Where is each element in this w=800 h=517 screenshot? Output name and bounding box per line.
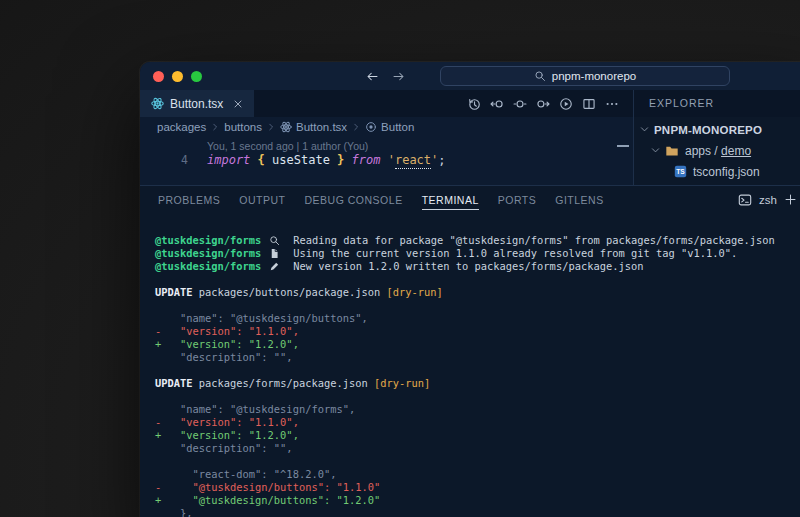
terminal-line bbox=[155, 364, 800, 377]
terminal-line: + "version": "1.2.0", bbox=[155, 429, 800, 442]
tree-item-folder[interactable]: apps / demo bbox=[634, 140, 800, 161]
terminal-line bbox=[155, 299, 800, 312]
code-line-partial[interactable]: 5 bbox=[140, 179, 188, 185]
history-icon[interactable] bbox=[467, 97, 481, 111]
line-number: 5 bbox=[140, 183, 188, 185]
back-icon[interactable] bbox=[366, 70, 379, 83]
terminal-line: "description": "", bbox=[155, 351, 800, 364]
file-tree: PNPM-MONOREPOapps / demoTStsconfig.jsonT… bbox=[634, 117, 800, 185]
terminal-icon[interactable] bbox=[738, 193, 752, 207]
folder-icon bbox=[665, 144, 679, 158]
search-value: pnpm-monorepo bbox=[552, 70, 636, 82]
terminal-line: "name": "@tuskdesign/buttons", bbox=[155, 312, 800, 325]
chevron-right-icon bbox=[266, 122, 276, 132]
panel-tab-gitlens[interactable]: GITLENS bbox=[555, 186, 603, 213]
new-terminal-icon[interactable] bbox=[784, 193, 797, 206]
terminal-line: "name": "@tuskdesign/forms", bbox=[155, 403, 800, 416]
ts-icon: TS bbox=[674, 165, 687, 178]
more-actions-icon[interactable] bbox=[605, 97, 619, 111]
panel-tab-ports[interactable]: PORTS bbox=[498, 186, 536, 213]
main-split: Button.tsx packagesbuttonsButton.tsxButt… bbox=[140, 90, 800, 186]
terminal-line: }, bbox=[155, 507, 800, 517]
editor-group: Button.tsx packagesbuttonsButton.tsxButt… bbox=[140, 90, 633, 185]
command-center-search[interactable]: pnpm-monorepo bbox=[440, 66, 730, 86]
run-icon[interactable] bbox=[559, 97, 573, 111]
terminal-line bbox=[155, 455, 800, 468]
tab-bar: Button.tsx bbox=[140, 90, 633, 117]
terminal-line: "react-dom": "^18.2.0", bbox=[155, 468, 800, 481]
pencil-icon bbox=[268, 260, 281, 273]
terminal-line: - "version": "1.1.0", bbox=[155, 325, 800, 338]
bottom-panel: PROBLEMSOUTPUTDEBUG CONSOLETERMINALPORTS… bbox=[140, 186, 800, 517]
terminal-output[interactable]: @tuskdesign/forms Reading data for packa… bbox=[140, 213, 800, 517]
magnifier-icon bbox=[268, 234, 281, 247]
search-icon bbox=[534, 70, 546, 82]
terminal-line bbox=[155, 390, 800, 403]
panel-tab-problems[interactable]: PROBLEMS bbox=[158, 186, 220, 213]
zoom-window-button[interactable] bbox=[191, 71, 202, 82]
chevron-right-icon bbox=[351, 122, 361, 132]
tree-item-tsconfig.json[interactable]: TStsconfig.json bbox=[634, 161, 800, 182]
terminal-line: @tuskdesign/forms New version 1.2.0 writ… bbox=[155, 260, 800, 273]
code-editor[interactable]: You, 1 second ago | 1 author (You) 4 imp… bbox=[140, 137, 633, 185]
gitlens-blame-codelens[interactable]: You, 1 second ago | 1 author (You) bbox=[207, 140, 368, 152]
terminal-line: - "@tuskdesign/buttons": "1.1.0" bbox=[155, 481, 800, 494]
panel-tab-terminal[interactable]: TERMINAL bbox=[422, 186, 479, 213]
terminal-line: UPDATE packages/buttons/package.json [dr… bbox=[155, 286, 800, 299]
close-window-button[interactable] bbox=[153, 71, 164, 82]
terminal-line: @tuskdesign/forms Reading data for packa… bbox=[155, 234, 800, 247]
forward-icon[interactable] bbox=[392, 70, 405, 83]
overview-ruler-mark bbox=[617, 145, 629, 147]
terminal-line: - "version": "1.1.0", bbox=[155, 416, 800, 429]
symbol-class-icon bbox=[365, 121, 377, 133]
react-icon bbox=[151, 97, 164, 110]
panel-tab-output[interactable]: OUTPUT bbox=[239, 186, 285, 213]
editor-actions bbox=[467, 90, 633, 117]
chevron-down-icon bbox=[639, 124, 650, 135]
history-nav bbox=[366, 62, 405, 90]
panel-tab-bar: PROBLEMSOUTPUTDEBUG CONSOLETERMINALPORTS… bbox=[140, 186, 800, 213]
minimize-window-button[interactable] bbox=[172, 71, 183, 82]
page-icon bbox=[268, 247, 281, 260]
chevron-down-icon bbox=[650, 145, 661, 156]
terminal-line bbox=[155, 273, 800, 286]
breadcrumb-item[interactable]: packages bbox=[157, 121, 206, 133]
terminal-line: UPDATE packages/forms/package.json [dry-… bbox=[155, 377, 800, 390]
explorer-sidebar: EXPLORER PNPM-MONOREPOapps / demoTStscon… bbox=[633, 90, 800, 185]
tab-button-tsx[interactable]: Button.tsx bbox=[140, 90, 255, 117]
shell-label[interactable]: zsh bbox=[759, 194, 777, 206]
tab-label: Button.tsx bbox=[170, 97, 223, 111]
previous-change-icon[interactable] bbox=[490, 97, 504, 111]
tree-root-pnpm-monorepo[interactable]: PNPM-MONOREPO bbox=[634, 119, 800, 140]
react-icon bbox=[280, 121, 292, 133]
terminal-shell-cluster: zsh bbox=[738, 186, 797, 213]
window-controls bbox=[153, 71, 202, 82]
code-line[interactable]: 4 import { useState } from 'react'; bbox=[140, 153, 446, 167]
explorer-header: EXPLORER bbox=[634, 90, 800, 117]
breadcrumb-item[interactable]: Button.tsx bbox=[280, 121, 347, 133]
breadcrumb-item[interactable]: Button bbox=[365, 121, 414, 133]
vscode-window: pnpm-monorepo Button.tsx packagesbuttons… bbox=[140, 62, 800, 517]
tree-item-tsconfig.node.json[interactable]: TStsconfig.node.json bbox=[634, 182, 800, 185]
split-editor-icon[interactable] bbox=[582, 97, 596, 111]
terminal-line: @tuskdesign/forms Using the current vers… bbox=[155, 247, 800, 260]
change-circle-icon[interactable] bbox=[513, 97, 527, 111]
panel-tab-debug-console[interactable]: DEBUG CONSOLE bbox=[305, 186, 403, 213]
line-number: 4 bbox=[140, 153, 188, 167]
terminal-line: "description": "", bbox=[155, 442, 800, 455]
next-change-icon[interactable] bbox=[536, 97, 550, 111]
breadcrumb-item[interactable]: buttons bbox=[224, 121, 262, 133]
svg-text:TS: TS bbox=[676, 168, 685, 175]
code-text: import { useState } from 'react'; bbox=[207, 153, 446, 167]
terminal-line: + "version": "1.2.0", bbox=[155, 338, 800, 351]
close-icon[interactable] bbox=[232, 98, 244, 110]
breadcrumb: packagesbuttonsButton.tsxButton bbox=[140, 117, 633, 137]
terminal-line: + "@tuskdesign/buttons": "1.2.0" bbox=[155, 494, 800, 507]
titlebar: pnpm-monorepo bbox=[140, 62, 800, 90]
chevron-right-icon bbox=[210, 122, 220, 132]
